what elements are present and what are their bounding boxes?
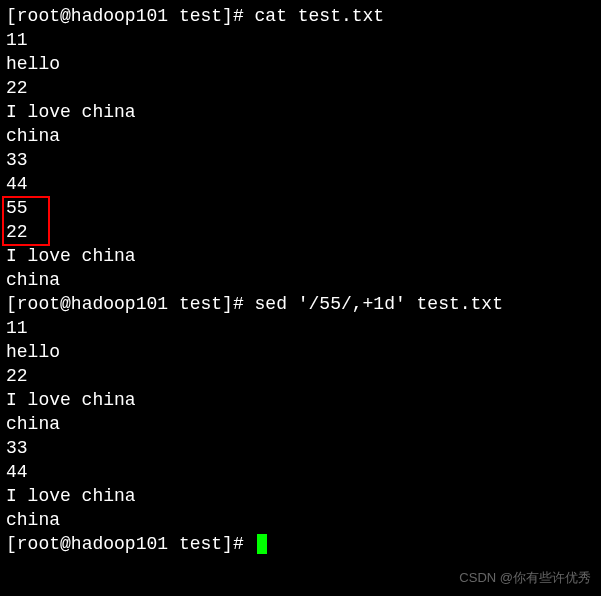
output-line: 55: [6, 196, 601, 220]
prompt-user: root: [17, 6, 60, 26]
prompt-symbol: #: [233, 294, 244, 314]
prompt-open-bracket: [: [6, 294, 17, 314]
output-line: 22: [6, 220, 601, 244]
prompt-space: [168, 6, 179, 26]
output-line: hello: [6, 52, 601, 76]
prompt-line-2: [root@hadoop101 test]# sed '/55/,+1d' te…: [6, 292, 601, 316]
output-line: I love china: [6, 388, 601, 412]
prompt-close-bracket: ]: [222, 294, 233, 314]
prompt-at: @: [60, 294, 71, 314]
terminal-output: [root@hadoop101 test]# cat test.txt 11 h…: [0, 0, 601, 556]
prompt-gap: [244, 534, 255, 554]
output-line: 44: [6, 172, 601, 196]
output-line: china: [6, 268, 601, 292]
cursor-icon: [257, 534, 267, 554]
output-line: 22: [6, 364, 601, 388]
prompt-user: root: [17, 534, 60, 554]
command-2: sed '/55/,+1d' test.txt: [255, 294, 503, 314]
prompt-dir: test: [179, 6, 222, 26]
output-line: 11: [6, 28, 601, 52]
output-line: 22: [6, 76, 601, 100]
prompt-host: hadoop101: [71, 6, 168, 26]
prompt-gap: [244, 6, 255, 26]
prompt-dir: test: [179, 534, 222, 554]
output-line: I love china: [6, 484, 601, 508]
prompt-host: hadoop101: [71, 534, 168, 554]
prompt-close-bracket: ]: [222, 534, 233, 554]
prompt-open-bracket: [: [6, 6, 17, 26]
watermark: CSDN @你有些许优秀: [459, 566, 591, 590]
output-line: 33: [6, 148, 601, 172]
prompt-open-bracket: [: [6, 534, 17, 554]
prompt-space: [168, 534, 179, 554]
output-line: china: [6, 508, 601, 532]
output-line: I love china: [6, 100, 601, 124]
prompt-line-1: [root@hadoop101 test]# cat test.txt: [6, 4, 601, 28]
prompt-space: [168, 294, 179, 314]
prompt-dir: test: [179, 294, 222, 314]
prompt-at: @: [60, 534, 71, 554]
output-line: 44: [6, 460, 601, 484]
output-line: I love china: [6, 244, 601, 268]
output-line: 11: [6, 316, 601, 340]
command-1: cat test.txt: [255, 6, 385, 26]
prompt-close-bracket: ]: [222, 6, 233, 26]
prompt-symbol: #: [233, 534, 244, 554]
prompt-host: hadoop101: [71, 294, 168, 314]
output-line: china: [6, 124, 601, 148]
prompt-line-3[interactable]: [root@hadoop101 test]#: [6, 532, 601, 556]
prompt-at: @: [60, 6, 71, 26]
prompt-gap: [244, 294, 255, 314]
output-line: hello: [6, 340, 601, 364]
output-line: 33: [6, 436, 601, 460]
prompt-user: root: [17, 294, 60, 314]
prompt-symbol: #: [233, 6, 244, 26]
output-line: china: [6, 412, 601, 436]
